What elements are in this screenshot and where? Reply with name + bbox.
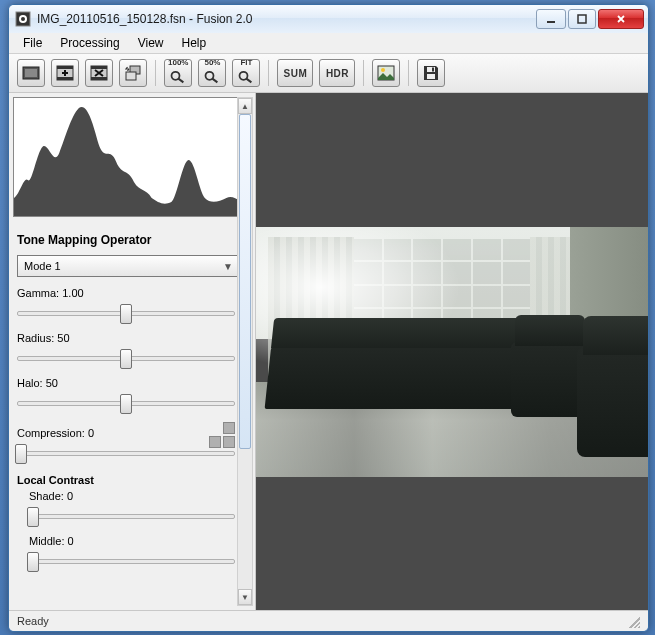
svg-rect-9 [57,77,73,80]
middle-slider[interactable] [29,550,235,570]
svg-point-17 [240,72,248,80]
histogram [13,97,251,217]
title-bar[interactable]: IMG_20110516_150128.fsn - Fusion 2.0 [9,5,648,33]
local-contrast-title: Local Contrast [17,474,235,486]
zoom-fit-button[interactable]: FIT [232,59,260,87]
middle-label: Middle: 0 [29,535,235,547]
svg-point-15 [172,72,180,80]
svg-point-2 [21,17,25,21]
svg-point-16 [206,72,214,80]
close-button[interactable] [598,9,644,29]
minimize-button[interactable] [536,9,566,29]
gamma-label: Gamma: 1.00 [17,287,235,299]
menu-file[interactable]: File [15,34,50,52]
halo-slider[interactable] [17,392,235,412]
resize-grip[interactable] [626,614,640,628]
svg-rect-8 [57,66,73,69]
window-title: IMG_20110516_150128.fsn - Fusion 2.0 [37,12,536,26]
hdr-button[interactable]: HDR [319,59,355,87]
gamma-slider[interactable] [17,302,235,322]
svg-rect-11 [91,66,107,69]
workspace: Tone Mapping Operator Mode 1 ▼ Gamma: 1.… [9,93,648,610]
halo-label: Halo: 50 [17,377,235,389]
svg-rect-4 [578,15,586,23]
frame-tool-button[interactable] [17,59,45,87]
svg-rect-21 [427,74,435,79]
picture-button[interactable] [372,59,400,87]
align-button[interactable] [119,59,147,87]
toolbar: 100% 50% FIT SUM HDR [9,54,648,93]
svg-point-19 [381,68,385,72]
add-frame-button[interactable] [51,59,79,87]
mode-dropdown[interactable]: Mode 1 ▼ [17,255,239,277]
status-text: Ready [17,615,49,627]
toolbar-separator [363,60,364,86]
shade-slider[interactable] [29,505,235,525]
save-button[interactable] [417,59,445,87]
menu-bar: File Processing View Help [9,33,648,54]
status-bar: Ready [9,610,648,631]
menu-help[interactable]: Help [174,34,215,52]
menu-view[interactable]: View [130,34,172,52]
tone-mapping-title: Tone Mapping Operator [17,233,235,247]
scroll-up-button[interactable]: ▲ [238,98,252,114]
sum-button[interactable]: SUM [277,59,313,87]
compression-label: Compression: 0 [17,427,209,439]
radius-label: Radius: 50 [17,332,235,344]
remove-frame-button[interactable] [85,59,113,87]
radius-slider[interactable] [17,347,235,367]
svg-rect-3 [547,21,555,23]
app-window: IMG_20110516_150128.fsn - Fusion 2.0 Fil… [8,4,649,632]
svg-rect-6 [25,69,37,77]
toolbar-separator [408,60,409,86]
zoom-100-button[interactable]: 100% [164,59,192,87]
controls-panel: Tone Mapping Operator Mode 1 ▼ Gamma: 1.… [9,93,256,610]
toolbar-separator [268,60,269,86]
app-icon [15,11,31,27]
scroll-down-button[interactable]: ▼ [238,589,252,605]
panel-scrollbar[interactable]: ▲ ▼ [237,97,253,606]
menu-processing[interactable]: Processing [52,34,127,52]
image-viewer[interactable] [256,93,648,610]
maximize-button[interactable] [568,9,596,29]
chevron-down-icon: ▼ [220,257,236,275]
toolbar-separator [155,60,156,86]
zoom-50-button[interactable]: 50% [198,59,226,87]
svg-rect-12 [91,77,107,80]
svg-rect-22 [432,68,434,72]
compression-slider[interactable] [17,442,235,462]
preview-image [256,227,648,477]
shade-label: Shade: 0 [29,490,235,502]
mode-dropdown-value: Mode 1 [24,260,61,272]
svg-rect-14 [126,72,136,80]
scroll-thumb[interactable] [239,114,251,449]
